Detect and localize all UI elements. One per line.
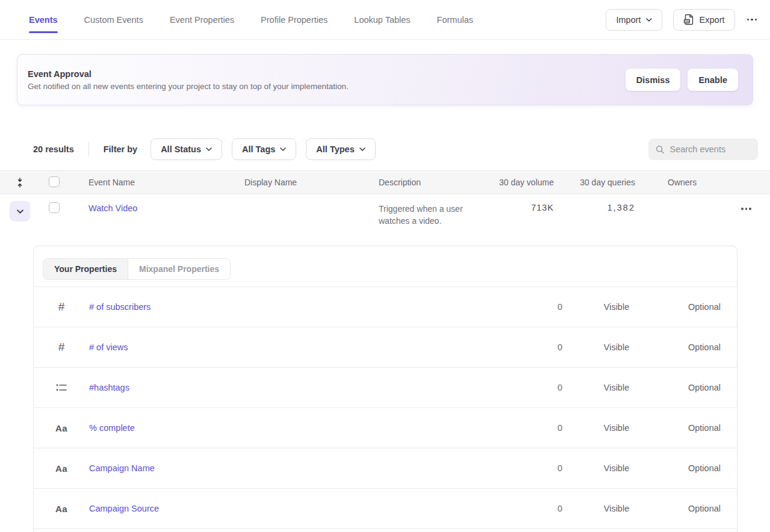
export-button-label: Export <box>700 15 725 25</box>
owners-cell <box>635 194 722 203</box>
more-options-icon[interactable] <box>746 15 759 25</box>
event-approval-banner: Event Approval Get notified on all new e… <box>17 54 753 105</box>
property-row: Aa Campaign Source 0 Visible Optional <box>34 489 737 529</box>
nav-actions: Import csv Export <box>606 9 758 31</box>
property-visibility: Visible <box>562 423 671 433</box>
search-events-box[interactable] <box>648 138 758 160</box>
lexicon-events-page: Events Custom Events Event Properties Pr… <box>0 0 770 532</box>
list-icon <box>56 383 67 392</box>
table-row: Watch Video Triggered when a user watche… <box>0 194 770 237</box>
tab-event-properties[interactable]: Event Properties <box>170 0 234 39</box>
property-name-link[interactable]: # of views <box>89 342 128 352</box>
filter-by-label: Filter by <box>104 144 137 154</box>
types-filter-dropdown[interactable]: All Types <box>306 138 375 160</box>
property-visibility: Visible <box>562 463 671 473</box>
property-requirement: Optional <box>671 463 737 473</box>
results-count: 20 results <box>33 144 74 154</box>
tab-formulas[interactable]: Formulas <box>437 0 473 39</box>
property-requirement: Optional <box>671 383 737 392</box>
property-name-link[interactable]: % complete <box>89 423 135 433</box>
tab-your-properties[interactable]: Your Properties <box>43 259 128 279</box>
search-input[interactable] <box>669 144 751 154</box>
property-visibility: Visible <box>562 383 671 392</box>
property-row: Aa % complete 0 Visible Optional <box>34 408 737 448</box>
chevron-down-icon <box>359 147 365 151</box>
column-header-display-name[interactable]: Display Name <box>244 178 379 187</box>
divider <box>88 142 89 156</box>
property-visibility: Visible <box>562 342 671 352</box>
number-icon: # <box>58 341 65 354</box>
banner-description: Get notified on all new events entering … <box>28 82 349 91</box>
properties-tabs-row: Your Properties Mixpanel Properties <box>34 246 737 287</box>
queries-cell: 1,382 <box>554 194 635 212</box>
collapse-row-button[interactable] <box>10 201 30 221</box>
property-name-link[interactable]: #hashtags <box>89 383 129 392</box>
property-requirement: Optional <box>671 423 737 433</box>
property-value: 0 <box>472 423 562 433</box>
nav-tabs: Events Custom Events Event Properties Pr… <box>29 0 473 39</box>
property-requirement: Optional <box>671 342 737 352</box>
chevron-down-icon <box>17 209 23 214</box>
chevron-down-icon <box>280 147 286 151</box>
export-button[interactable]: csv Export <box>673 9 735 31</box>
import-button[interactable]: Import <box>606 9 662 31</box>
svg-text:csv: csv <box>685 20 689 23</box>
property-name-link[interactable]: Campaign Name <box>89 463 155 473</box>
property-row: Aa Campaign Name 0 Visible Optional <box>34 448 737 489</box>
chevron-down-icon <box>206 147 212 151</box>
volume-cell: 713K <box>494 194 554 212</box>
column-header-owners[interactable]: Owners <box>635 178 722 187</box>
property-value: 0 <box>472 463 562 473</box>
status-filter-dropdown[interactable]: All Status <box>151 138 222 160</box>
enable-button[interactable]: Enable <box>688 69 738 91</box>
import-button-label: Import <box>616 15 641 25</box>
property-value: 0 <box>472 302 562 312</box>
table-header: Event Name Display Name Description 30 d… <box>0 170 770 194</box>
text-icon: Aa <box>55 463 67 474</box>
property-row: #hashtags 0 Visible Optional <box>34 368 737 408</box>
property-requirement: Optional <box>671 504 737 513</box>
tags-filter-label: All Tags <box>242 144 275 154</box>
tags-filter-dropdown[interactable]: All Tags <box>232 138 296 160</box>
select-all-checkbox[interactable] <box>49 176 60 187</box>
column-header-queries[interactable]: 30 day queries <box>554 178 635 187</box>
filter-bar: 20 results Filter by All Status All Tags… <box>0 137 770 161</box>
event-name-link[interactable]: Watch Video <box>88 203 137 213</box>
property-value: 0 <box>472 342 562 352</box>
property-requirement: Optional <box>671 302 737 312</box>
top-navigation: Events Custom Events Event Properties Pr… <box>0 0 770 40</box>
column-header-description[interactable]: Description <box>379 178 494 187</box>
property-row: # # of views 0 Visible Optional <box>34 327 737 368</box>
banner-text: Event Approval Get notified on all new e… <box>28 69 349 91</box>
property-row: # # of subscribers 0 Visible Optional <box>34 287 737 327</box>
column-header-event-name[interactable]: Event Name <box>88 178 244 187</box>
tab-profile-properties[interactable]: Profile Properties <box>261 0 328 39</box>
chevron-down-icon <box>646 18 652 22</box>
property-name-link[interactable]: Campaign Source <box>89 504 159 513</box>
tab-custom-events[interactable]: Custom Events <box>84 0 143 39</box>
display-name-cell <box>244 194 379 203</box>
property-value: 0 <box>472 504 562 513</box>
properties-tab-switcher: Your Properties Mixpanel Properties <box>43 258 231 280</box>
property-visibility: Visible <box>562 504 671 513</box>
row-checkbox[interactable] <box>49 202 60 213</box>
search-icon <box>656 144 664 155</box>
banner-actions: Dismiss Enable <box>626 69 738 91</box>
banner-title: Event Approval <box>28 69 349 79</box>
property-visibility: Visible <box>562 302 671 312</box>
dismiss-button[interactable]: Dismiss <box>626 69 681 91</box>
property-name-link[interactable]: # of subscribers <box>89 302 151 312</box>
text-icon: Aa <box>55 504 67 514</box>
column-header-volume[interactable]: 30 day volume <box>494 178 554 187</box>
text-icon: Aa <box>55 423 67 433</box>
collapse-all-icon[interactable] <box>0 178 40 188</box>
property-value: 0 <box>472 383 562 392</box>
description-cell: Triggered when a user watches a video. <box>379 194 475 227</box>
tab-lookup-tables[interactable]: Lookup Tables <box>354 0 410 39</box>
types-filter-label: All Types <box>316 144 354 154</box>
row-more-options-icon[interactable] <box>740 204 753 214</box>
tab-mixpanel-properties[interactable]: Mixpanel Properties <box>128 259 230 279</box>
event-properties-panel: Your Properties Mixpanel Properties # # … <box>33 246 737 532</box>
tab-events[interactable]: Events <box>29 0 58 39</box>
number-icon: # <box>58 300 65 314</box>
